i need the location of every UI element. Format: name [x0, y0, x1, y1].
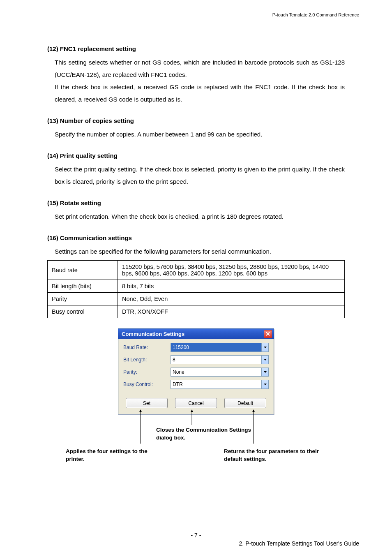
- callout-cancel: Closes the Communication Settings dialog…: [156, 426, 263, 442]
- table-row: Parity None, Odd, Even: [48, 293, 345, 305]
- combo-baud-value: 115200: [171, 343, 261, 352]
- cell-parity-val: None, Odd, Even: [118, 293, 345, 305]
- combo-baud[interactable]: 115200: [171, 343, 269, 352]
- table-row: Baud rate 115200 bps, 57600 bps, 38400 b…: [48, 261, 345, 280]
- callout-set: Applies the four settings to the printer…: [66, 448, 160, 463]
- cell-bitlen-key: Bit length (bits): [48, 280, 118, 293]
- page-number: - 7 -: [0, 532, 392, 539]
- label-bitlength: Bit Length:: [123, 357, 171, 363]
- row-busy: Busy Control: DTR: [123, 380, 269, 389]
- section-12-title: (12) FNC1 replacement setting: [47, 45, 345, 52]
- section-16-title: (16) Communication settings: [47, 234, 345, 241]
- combo-bitlength-value: 8: [171, 356, 261, 364]
- cell-parity-key: Parity: [48, 293, 118, 305]
- combo-busy[interactable]: DTR: [171, 380, 269, 389]
- row-parity: Parity: None: [123, 368, 269, 377]
- chevron-down-icon: [261, 368, 268, 376]
- dialog-title: Communication Settings: [122, 331, 184, 337]
- row-bitlength: Bit Length: 8: [123, 355, 269, 364]
- chevron-down-icon: [261, 356, 268, 364]
- dialog-body: Baud Rate: 115200 Bit Length: 8: [118, 339, 274, 414]
- communication-params-table: Baud rate 115200 bps, 57600 bps, 38400 b…: [47, 260, 345, 318]
- chevron-down-icon: [261, 380, 268, 388]
- row-baud: Baud Rate: 115200: [123, 343, 269, 352]
- page: P-touch Template 2.0 Command Reference (…: [0, 0, 392, 555]
- content: (12) FNC1 replacement setting This setti…: [47, 45, 345, 460]
- cell-busy-key: Busy control: [48, 305, 118, 318]
- comm-settings-dialog: Communication Settings Baud Rate: 115200: [118, 328, 274, 414]
- section-14-body: Select the print quality setting. If the…: [55, 163, 345, 188]
- combo-busy-value: DTR: [171, 380, 261, 388]
- label-parity: Parity:: [123, 369, 171, 375]
- cell-baud-key: Baud rate: [48, 261, 118, 280]
- label-baud: Baud Rate:: [123, 345, 171, 350]
- combo-bitlength[interactable]: 8: [171, 355, 269, 364]
- dialog-titlebar[interactable]: Communication Settings: [118, 329, 274, 339]
- cell-baud-val: 115200 bps, 57600 bps, 38400 bps, 31250 …: [118, 261, 345, 280]
- combo-parity-value: None: [171, 368, 261, 376]
- combo-parity[interactable]: None: [171, 368, 269, 377]
- callout-default: Returns the four parameters to their def…: [224, 448, 331, 463]
- cell-bitlen-val: 8 bits, 7 bits: [118, 280, 345, 293]
- close-icon: [266, 332, 270, 336]
- section-15-body: Set print orientation. When the check bo…: [55, 210, 345, 223]
- default-button[interactable]: Default: [224, 398, 266, 408]
- label-busy: Busy Control:: [123, 382, 171, 387]
- close-button[interactable]: [264, 330, 272, 338]
- button-row: Set Cancel Default: [123, 398, 269, 408]
- section-12-body: This setting selects whether or not GS c…: [55, 56, 345, 106]
- section-15-title: (15) Rotate setting: [47, 199, 345, 206]
- section-13-title: (13) Number of copies setting: [47, 117, 345, 124]
- cell-busy-val: DTR, XON/XOFF: [118, 305, 345, 318]
- chevron-down-icon: [261, 343, 268, 352]
- section-14-title: (14) Print quality setting: [47, 152, 345, 159]
- header-doc-title: P-touch Template 2.0 Command Reference: [272, 12, 359, 17]
- set-button[interactable]: Set: [126, 398, 168, 408]
- comm-settings-dialog-wrap: Communication Settings Baud Rate: 115200: [118, 328, 274, 414]
- table-row: Bit length (bits) 8 bits, 7 bits: [48, 280, 345, 293]
- section-13-body: Specify the number of copies. A number b…: [55, 128, 345, 141]
- cancel-button[interactable]: Cancel: [175, 398, 217, 408]
- section-16-body: Settings can be specified for the follow…: [55, 245, 345, 258]
- table-row: Busy control DTR, XON/XOFF: [48, 305, 345, 318]
- footer-section-title: 2. P-touch Template Settings Tool User's…: [239, 540, 359, 547]
